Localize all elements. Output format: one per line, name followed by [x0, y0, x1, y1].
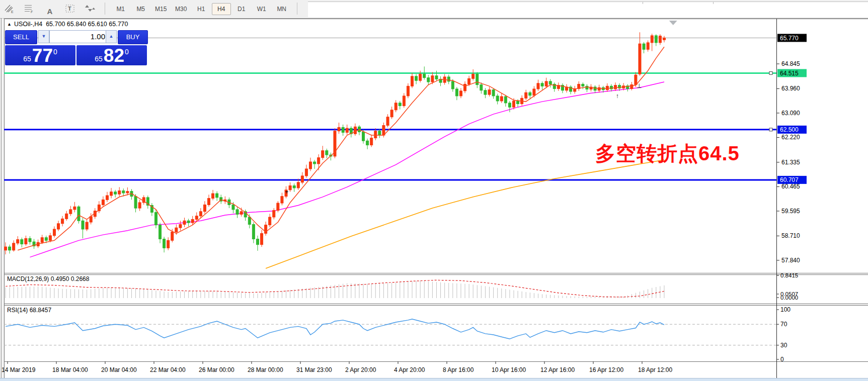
candle-body	[86, 222, 88, 229]
candle-body	[374, 131, 377, 138]
candle-body	[191, 219, 194, 223]
price-axis-label: 57.840	[781, 257, 800, 264]
sell-price-display[interactable]: 65 77 0	[5, 45, 75, 65]
date-axis-label: 12 Apr 16:00	[540, 366, 575, 373]
candle-body	[25, 238, 27, 244]
candle-body	[447, 77, 450, 81]
price-axis-label: 62.220	[781, 134, 800, 141]
candle-body	[435, 76, 438, 79]
price-badge-label: 64.515	[780, 70, 799, 77]
candle-body	[57, 224, 60, 229]
trade-marker-exit: ⊥	[637, 82, 642, 89]
candle-body	[488, 90, 491, 94]
candle-body	[65, 214, 68, 219]
candle-body	[500, 97, 503, 101]
rsi-indicator-label: RSI(14) 68.8457	[7, 307, 51, 314]
candle-body	[269, 217, 271, 225]
candle-body	[455, 89, 458, 96]
price-badge-label: 60.707	[780, 176, 799, 183]
candle-body	[504, 97, 507, 103]
candle-body	[138, 203, 141, 208]
sell-price-frac: 0	[53, 48, 57, 56]
sell-button[interactable]: SELL	[5, 30, 37, 44]
volume-increase-button[interactable]: ▲	[106, 30, 117, 43]
candle-body	[163, 239, 166, 248]
trade-marker-up-arrow: ↑	[616, 92, 619, 100]
candle-body	[236, 210, 239, 214]
price-axis-label: 61.335	[781, 159, 800, 166]
candle-body	[256, 239, 259, 244]
candle-body	[394, 103, 397, 110]
volume-decrease-button[interactable]: ▼	[38, 30, 49, 43]
volume-input[interactable]: 1.00	[49, 30, 109, 43]
buy-price-pips: 82	[104, 47, 124, 65]
rsi-axis-label: 0	[780, 356, 784, 363]
candle-body	[468, 78, 470, 84]
buy-price-display[interactable]: 65 82 0	[76, 45, 147, 65]
sell-price-base: 65	[23, 55, 31, 63]
date-axis-label: 10 Apr 16:00	[492, 366, 526, 373]
candle-body	[41, 238, 43, 242]
candle-body	[508, 103, 511, 107]
price-axis-label: 59.595	[781, 208, 800, 215]
candle-body	[326, 151, 328, 155]
candle-body	[659, 36, 661, 42]
date-axis-label: 16 Apr 12:00	[589, 366, 623, 373]
date-axis-label: 26 Mar 00:00	[199, 366, 234, 373]
candle-body	[549, 81, 551, 84]
candle-body	[73, 207, 76, 210]
candle-body	[297, 182, 299, 188]
date-axis-label: 31 Mar 23:00	[296, 366, 332, 373]
candle-body	[154, 212, 157, 225]
price-badge-label: 62.500	[780, 126, 799, 133]
price-axis-label: 60.465	[781, 183, 800, 190]
candle-body	[69, 210, 72, 214]
candle-body	[366, 141, 369, 145]
price-axis-label: 58.710	[781, 232, 800, 239]
hline-handle[interactable]	[769, 128, 772, 131]
candle-body	[17, 240, 19, 243]
candle-body	[21, 240, 23, 244]
candle-body	[45, 238, 47, 241]
candle-body	[354, 127, 356, 134]
candle-body	[106, 196, 109, 200]
rsi-axis-label: 100	[780, 306, 791, 313]
candle-body	[459, 91, 462, 96]
collapse-panel-icon[interactable]: ▲	[7, 22, 12, 27]
trading-terminal: { "toolbar": { "icons": [ {"name": "draw…	[0, 0, 868, 381]
date-axis-label: 28 Mar 00:00	[248, 366, 283, 373]
candle-body	[313, 162, 316, 164]
candle-body	[252, 224, 255, 239]
candle-body	[175, 228, 178, 232]
candle-body	[399, 103, 401, 106]
candle-body	[216, 194, 218, 198]
candle-body	[517, 101, 519, 104]
buy-price-frac: 0	[125, 48, 129, 56]
hline-handle[interactable]	[769, 71, 772, 74]
candle-body	[651, 36, 653, 43]
candle-body	[655, 36, 657, 43]
slow-ma-line	[266, 160, 664, 268]
candle-body	[472, 74, 475, 78]
chart-shift-marker-icon[interactable]	[669, 21, 677, 25]
candle-body	[582, 84, 584, 86]
chart-text-annotation[interactable]: 多空转折点64.5	[595, 140, 740, 167]
candle-body	[293, 185, 295, 187]
candle-body	[525, 92, 527, 98]
price-axis-label: 63.960	[781, 85, 800, 92]
candle-body	[77, 207, 80, 221]
candle-body	[639, 44, 641, 74]
candle-body	[187, 221, 190, 223]
candle-body	[476, 74, 479, 84]
candle-body	[126, 192, 129, 193]
candle-body	[90, 217, 92, 222]
one-click-trading-panel: SELL ▼ 1.00 ▲ BUY 65 77 0 65 82 0	[5, 30, 147, 65]
symbol-title: ▲USOil-,H4 65.700 65.840 65.610 65.770	[7, 21, 128, 28]
date-axis-label: 20 Mar 04:00	[101, 366, 137, 373]
candle-body	[289, 185, 291, 189]
candle-body	[513, 101, 515, 107]
rsi-axis-label: 30	[780, 342, 787, 349]
candle-body	[171, 232, 174, 241]
buy-button[interactable]: BUY	[118, 30, 148, 44]
candle-body	[545, 81, 547, 86]
